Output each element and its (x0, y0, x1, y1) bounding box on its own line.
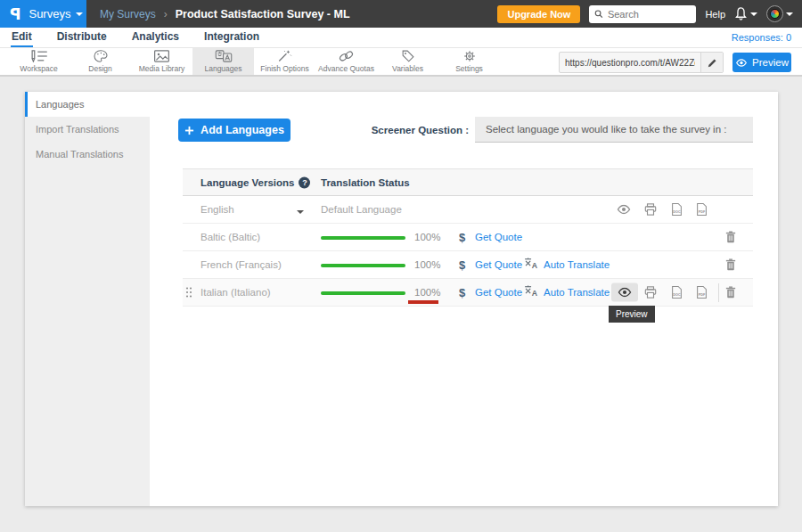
toolbar-item-media-library[interactable]: Media Library (131, 48, 192, 75)
get-quote-link[interactable]: Get Quote (475, 287, 522, 298)
export-pdf-button[interactable]: PDF (696, 203, 708, 217)
preview-language-button[interactable] (616, 205, 632, 215)
printer-icon (644, 286, 657, 299)
table-row-baltic: Baltic (Baltic) 100% $ Get Quote (183, 224, 753, 251)
toolbar-item-finish-options[interactable]: Finish Options (254, 48, 315, 75)
account-menu[interactable] (766, 5, 793, 22)
auto-translate-icon[interactable]: A (524, 257, 539, 273)
screener-question-select[interactable]: Select language you would like to take t… (475, 117, 753, 143)
page-title: Product Satisfaction Survey - ML (176, 8, 350, 20)
drag-handle-icon[interactable] (185, 287, 192, 299)
get-quote-link[interactable]: Get Quote (475, 232, 522, 242)
delete-language-button[interactable] (725, 258, 736, 271)
print-language-button[interactable] (644, 286, 657, 299)
translate-icon (215, 50, 233, 62)
toolbar-item-advance-quotas[interactable]: Advance Quotas (315, 48, 377, 75)
get-quote-link[interactable]: Get Quote (475, 259, 522, 270)
dollar-icon[interactable]: $ (459, 286, 465, 299)
toolbar-item-settings[interactable]: Settings (438, 48, 500, 75)
default-language-dropdown[interactable] (297, 201, 304, 217)
survey-url-box (559, 52, 724, 73)
responses-count[interactable]: Responses: 0 (732, 32, 791, 43)
toolbar-item-design[interactable]: Design (70, 48, 131, 75)
notifications-menu[interactable] (734, 7, 757, 20)
language-name: French (Français) (200, 259, 282, 270)
languages-panel: Languages Import Translations Manual Tra… (25, 92, 778, 506)
pdf-file-icon: PDF (696, 286, 708, 299)
print-language-button[interactable] (644, 203, 657, 216)
chevron-down-icon (76, 12, 83, 16)
red-annotation-underline (408, 300, 438, 304)
table-row-italian: Italian (Italiano) 100% $ Get Quote A Au… (183, 279, 753, 307)
doc-file-icon: DOC (671, 286, 683, 299)
languages-sidebar: Languages Import Translations Manual Tra… (25, 92, 150, 506)
help-link[interactable]: Help (705, 9, 725, 20)
delete-language-button[interactable] (725, 231, 736, 243)
language-name: Baltic (Baltic) (200, 232, 260, 242)
help-circle-icon[interactable]: ? (299, 176, 310, 188)
chevron-down-icon (750, 12, 757, 16)
auto-translate-icon[interactable]: A (524, 284, 539, 300)
tab-edit[interactable]: Edit (11, 29, 33, 47)
survey-url-input[interactable] (560, 53, 700, 72)
svg-text:A: A (532, 289, 538, 297)
dollar-icon[interactable]: $ (459, 258, 465, 272)
tab-integration[interactable]: Integration (203, 29, 260, 47)
translation-progress-bar (321, 264, 405, 267)
edit-url-button[interactable] (700, 53, 723, 72)
avatar (766, 5, 783, 22)
toolbar-item-workspace[interactable]: Workspace (8, 48, 70, 75)
image-icon (153, 50, 170, 62)
table-row-french: French (Français) 100% $ Get Quote A Aut… (183, 251, 753, 279)
svg-text:A: A (532, 261, 538, 269)
preview-language-button[interactable] (611, 283, 638, 302)
table-row-english: English Default Language DOC PDF (183, 196, 753, 224)
trash-icon (725, 231, 736, 243)
sidebar-item-manual-translations[interactable]: Manual Translations (25, 142, 150, 167)
edit-toolbar: Workspace Design Media Library Languages… (0, 48, 802, 77)
delete-language-button[interactable] (725, 286, 736, 299)
upgrade-now-button[interactable]: Upgrade Now (497, 5, 580, 23)
export-doc-button[interactable]: DOC (671, 203, 683, 217)
column-language-versions: Language Versions (200, 177, 294, 188)
top-bar: P Surveys My Surveys › Product Satisfact… (0, 0, 802, 28)
eye-icon (735, 59, 748, 67)
translation-progress-bar (321, 291, 405, 295)
language-versions-table: Language Versions ? Translation Status E… (183, 168, 753, 307)
column-translation-status: Translation Status (321, 177, 410, 188)
svg-text:PDF: PDF (699, 293, 706, 297)
printer-icon (644, 203, 657, 216)
eye-icon (616, 205, 632, 215)
preview-tooltip: Preview (609, 306, 655, 323)
links-icon (338, 50, 355, 62)
search-box[interactable] (589, 5, 696, 23)
breadcrumb-separator: › (164, 8, 168, 20)
add-languages-button[interactable]: Add Languages (178, 119, 291, 142)
search-input[interactable] (608, 9, 691, 20)
tab-distribute[interactable]: Distribute (56, 29, 108, 47)
table-header: Language Versions ? Translation Status (183, 168, 753, 196)
dollar-icon[interactable]: $ (459, 231, 465, 244)
sidebar-item-languages[interactable]: Languages (25, 92, 150, 117)
preview-button[interactable]: Preview (732, 53, 791, 72)
doc-file-icon: DOC (671, 203, 683, 217)
translation-percent: 100% (414, 259, 440, 270)
translation-progress-bar (321, 236, 405, 240)
sidebar-item-import-translations[interactable]: Import Translations (25, 117, 150, 142)
gauge-icon (770, 9, 780, 19)
svg-text:DOC: DOC (673, 210, 681, 214)
app-menu-surveys[interactable]: P Surveys (0, 0, 86, 28)
auto-translate-link[interactable]: Auto Translate (544, 287, 610, 298)
gear-icon (462, 50, 477, 62)
export-doc-button[interactable]: DOC (671, 286, 683, 299)
breadcrumb-my-surveys[interactable]: My Surveys (100, 8, 156, 20)
eye-icon (617, 288, 633, 298)
svg-text:DOC: DOC (673, 293, 681, 297)
palette-icon (93, 50, 109, 62)
toolbar-item-languages[interactable]: Languages (192, 48, 254, 75)
toolbar-item-variables[interactable]: Variables (377, 48, 438, 75)
export-pdf-button[interactable]: PDF (696, 286, 708, 299)
bell-icon (734, 7, 748, 20)
auto-translate-link[interactable]: Auto Translate (544, 259, 610, 270)
tab-analytics[interactable]: Analytics (131, 29, 180, 47)
